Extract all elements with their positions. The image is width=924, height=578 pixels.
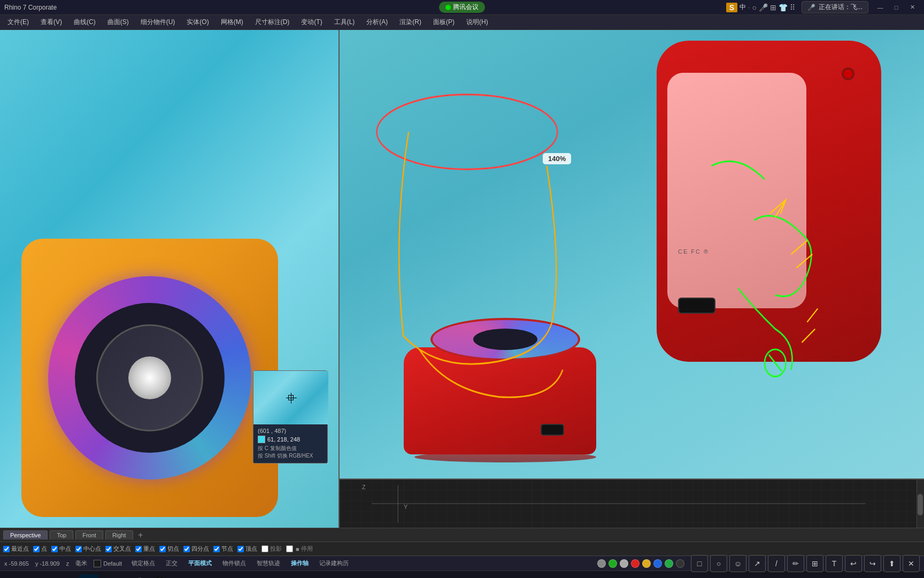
search-taskbar-icon[interactable] [32, 574, 51, 579]
line-tool-btn[interactable]: / [768, 555, 785, 572]
scrollbar-thumb[interactable] [918, 494, 923, 515]
files-taskbar-icon[interactable]: 📁 [56, 574, 75, 579]
media-taskbar-icon[interactable]: 🎵 [126, 574, 145, 579]
cb-tangent-item[interactable]: 切点 [159, 545, 179, 553]
cb-vertex-check[interactable] [237, 546, 244, 552]
minimize-button[interactable]: — [873, 2, 888, 13]
circle-tool-btn[interactable]: ○ [710, 555, 727, 572]
cb-midpoint-item[interactable]: 中点 [51, 545, 71, 553]
cb-tangent-check[interactable] [159, 546, 166, 552]
cb-project-check[interactable] [261, 545, 268, 552]
dot-black[interactable] [676, 559, 684, 568]
dot-gray-light[interactable] [597, 559, 606, 568]
menu-view[interactable]: 查看(V) [35, 16, 67, 28]
obj-snap-button[interactable]: 物件锁点 [219, 559, 249, 568]
menu-analysis[interactable]: 分析(A) [361, 16, 393, 28]
emoji-tool-btn[interactable]: ☺ [729, 555, 746, 572]
dot-green[interactable] [609, 559, 617, 568]
smart-track-button[interactable]: 智慧轨迹 [253, 559, 283, 568]
cb-project-item[interactable]: 投影 [261, 545, 282, 553]
cb-nearest-check[interactable] [3, 546, 10, 552]
menu-mesh[interactable]: 网格(M) [215, 16, 249, 28]
apps-icon[interactable]: ⠿ [790, 3, 795, 12]
rect-tool-btn[interactable]: □ [691, 555, 708, 572]
cb-nearest-item[interactable]: 最近点 [3, 545, 29, 553]
cb-quad-check[interactable] [183, 546, 190, 552]
grid-icon[interactable]: ⊞ [770, 3, 776, 12]
menu-file[interactable]: 文件(E) [2, 16, 34, 28]
menu-transform[interactable]: 变动(T) [296, 16, 327, 28]
tab-front[interactable]: Front [75, 530, 103, 539]
viewport-left[interactable]: (601 , 487) 61, 218, 248 按 C 复制颜色值 按 Shi… [0, 30, 340, 528]
scrollbar-right[interactable] [917, 480, 924, 528]
dot-icon: · [748, 4, 750, 11]
checkbox-bar: 最近点 点 中点 中心点 交叉点 重点 切点 四分点 节点 顶点 投影 [0, 542, 924, 556]
menu-solid[interactable]: 实体(O) [181, 16, 214, 28]
pen-tool-btn[interactable]: ✏ [787, 555, 804, 572]
windows-start-icon[interactable] [9, 574, 28, 579]
cb-knot-check[interactable] [213, 546, 220, 552]
cb-point-item[interactable]: 点 [33, 545, 47, 553]
menu-panel[interactable]: 面板(P) [428, 16, 460, 28]
close-button[interactable]: ✕ [905, 2, 920, 13]
cb-disable-item[interactable]: ■ 停用 [286, 545, 313, 553]
record-button[interactable]: 记录建构历 [316, 559, 352, 568]
menu-help[interactable]: 说明(H) [461, 16, 494, 28]
menu-render[interactable]: 渲染(R) [394, 16, 427, 28]
menu-surface[interactable]: 曲面(S) [102, 16, 134, 28]
cb-midpoint-label: 中点 [59, 545, 71, 553]
cb-knot-item[interactable]: 节点 [213, 545, 233, 553]
dot-silver[interactable] [620, 559, 628, 568]
menu-dim[interactable]: 尺寸标注(D) [250, 16, 295, 28]
menu-subd[interactable]: 细分物件(U) [135, 16, 181, 28]
redo-tool-btn[interactable]: ↪ [864, 555, 881, 572]
rhino-taskbar-icon[interactable]: ✦ [103, 574, 122, 579]
statusbar: x -59.865 y -18.909 z 毫米 Default 锁定格点 正交… [0, 556, 924, 571]
cb-center-check[interactable] [75, 546, 82, 552]
tab-perspective[interactable]: Perspective [3, 530, 48, 539]
menu-curve[interactable]: 曲线(C) [68, 16, 101, 28]
tab-add-button[interactable]: + [135, 530, 146, 541]
wechat-taskbar-icon[interactable]: 💬 [150, 574, 169, 579]
close-tool-btn[interactable]: ✕ [903, 555, 920, 572]
arrow-tool-btn[interactable]: ↗ [749, 555, 766, 572]
rhino-logo-bar: S 中 · ○ 🎤 ⊞ 👕 ⠿ [724, 3, 797, 12]
menubar: 文件(E) 查看(V) 曲线(C) 曲面(S) 细分物件(U) 实体(O) 网格… [0, 15, 924, 30]
cb-midpoint-check[interactable] [51, 546, 58, 552]
plane-mode-button[interactable]: 平面模式 [185, 559, 215, 568]
dot-green2[interactable] [665, 559, 673, 568]
grid-tool-btn[interactable]: ⊞ [806, 555, 823, 572]
cb-center-item[interactable]: 中心点 [75, 545, 101, 553]
gumball-button[interactable]: 操作轴 [288, 559, 312, 568]
tab-top[interactable]: Top [50, 530, 73, 539]
text-tool-btn[interactable]: T [826, 555, 843, 572]
color-swatch-area[interactable] [253, 371, 328, 424]
photoshop-taskbar-icon[interactable]: Ps [79, 574, 98, 579]
cb-weight-check[interactable] [135, 546, 142, 552]
speaking-bar: 🎤 正在讲话：飞... [802, 1, 868, 13]
dot-blue[interactable] [653, 559, 662, 568]
undo-tool-btn[interactable]: ↩ [845, 555, 862, 572]
lock-mode-button[interactable]: 锁定格点 [128, 559, 158, 568]
dot-red[interactable] [631, 559, 640, 568]
cb-quad-item[interactable]: 四分点 [183, 545, 209, 553]
maximize-button[interactable]: □ [889, 2, 904, 13]
cb-vertex-item[interactable]: 顶点 [237, 545, 257, 553]
cb-weight-item[interactable]: 重点 [135, 545, 155, 553]
ortho-mode-button[interactable]: 正交 [163, 559, 181, 568]
tab-right[interactable]: Right [105, 530, 133, 539]
viewport-right[interactable]: CE FC ® 140% [340, 30, 924, 528]
viewport-right-top[interactable]: CE FC ® 140% [340, 30, 924, 480]
mic-icon[interactable]: 🎤 [759, 3, 768, 12]
tencent-meeting-badge[interactable]: 腾讯会议 [439, 2, 485, 13]
viewport-top-view[interactable]: Z Y [340, 480, 924, 528]
color-picker-popup[interactable]: (601 , 487) 61, 218, 248 按 C 复制颜色值 按 Shi… [253, 370, 328, 463]
cb-intersect-item[interactable]: 交叉点 [105, 545, 131, 553]
cb-intersect-check[interactable] [105, 546, 112, 552]
upload-tool-btn[interactable]: ⬆ [883, 555, 900, 572]
menu-tools[interactable]: 工具(L) [329, 16, 360, 28]
cb-disable-check[interactable] [286, 545, 293, 552]
dot-yellow[interactable] [642, 559, 651, 568]
cb-point-check[interactable] [33, 546, 40, 552]
titlebar-right: S 中 · ○ 🎤 ⊞ 👕 ⠿ 🎤 正在讲话：飞... — □ ✕ [724, 1, 920, 13]
